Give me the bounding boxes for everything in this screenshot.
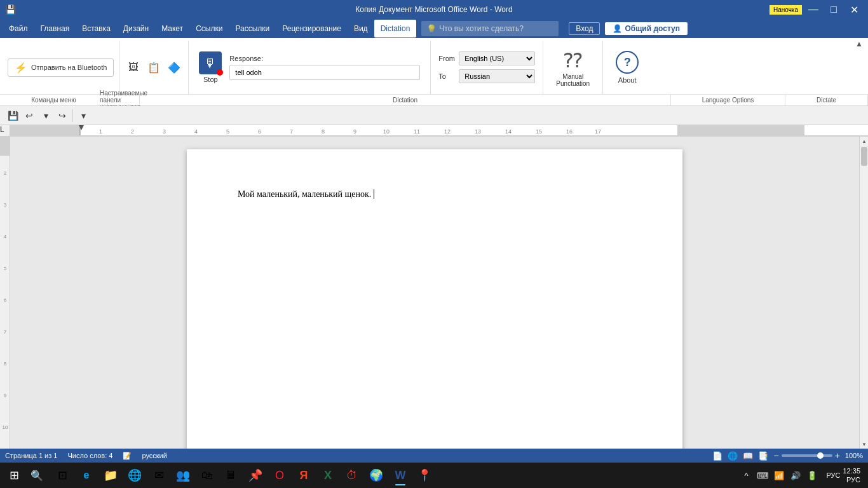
taskbar-app-people[interactable]: 👥 [172,464,194,487]
menu-item-layout[interactable]: Макет [155,20,189,37]
taskbar-apps: ⊡ e 📁 🌐 ✉ 👥 🛍 🖩 📌 O Я X ⏱ 🌍 W 📍 [48,464,735,487]
menu-item-view[interactable]: Вид [348,20,374,37]
main-area: 2 3 4 5 6 7 8 9 10 Мой маленький, малень… [0,137,868,449]
scroll-track[interactable] [860,146,868,440]
close-button[interactable]: ✕ [845,0,863,19]
bluetooth-button[interactable]: ⚡ Отправить на Bluetooth [8,58,114,77]
stop-button[interactable]: 🎙 Stop [199,51,222,83]
vertical-scrollbar[interactable]: ▲ ▼ [859,137,868,449]
svg-text:6: 6 [4,297,7,303]
ribbon-label-language: Language Options [671,95,785,105]
view-outline-icon[interactable]: 📑 [758,451,768,461]
svg-text:9: 9 [353,128,356,135]
zoom-thumb[interactable] [817,452,824,459]
view-read-icon[interactable]: 📖 [743,451,753,461]
view-web-icon[interactable]: 🌐 [728,451,738,461]
taskbar-clock: 12:35 РУС [843,466,860,485]
taskbar-app-chrome[interactable]: 🌐 [123,464,146,487]
svg-text:16: 16 [566,128,573,135]
horizontal-ruler[interactable]: 1 2 3 4 5 6 7 8 9 10 11 12 13 14 15 16 1… [10,125,868,136]
taskbar-app-sticky[interactable]: 📌 [244,464,267,487]
signin-button[interactable]: Вход [569,22,600,35]
scroll-thumb[interactable] [861,147,867,166]
menu-item-mailings[interactable]: Рассылки [229,20,276,37]
svg-text:4: 4 [4,234,7,240]
menu-search[interactable]: 💡 [421,21,559,36]
zoom-slider[interactable] [782,454,832,457]
quick-icon-3[interactable]: 🔷 [165,58,183,76]
taskbar-app-chrome2[interactable]: 🌍 [365,464,388,487]
bluetooth-section: ⚡ Отправить на Bluetooth [3,41,119,94]
menu-item-dictation[interactable]: Dictation [374,20,417,37]
undo-dropdown[interactable]: ▾ [38,108,53,123]
document-content[interactable]: Мой маленький, маленький щенок. [238,187,632,201]
ruler-svg: 1 2 3 4 5 6 7 8 9 10 11 12 13 14 15 16 1… [10,125,868,136]
tray-network[interactable]: 📶 [773,469,785,482]
svg-text:7: 7 [290,128,293,135]
tray-keyboard[interactable]: ⌨ [756,469,769,482]
maximize-button[interactable]: □ [825,0,843,19]
language-options-section: From English (US) English (UK) To Russia… [431,41,543,94]
document-page[interactable]: Мой маленький, маленький щенок. [187,149,682,449]
document-area[interactable]: Мой маленький, маленький щенок. [10,137,859,449]
share-icon: 👤 [613,24,622,33]
zoom-plus[interactable]: + [835,451,840,461]
svg-rect-23 [0,137,10,156]
menu-item-insert[interactable]: Вставка [76,20,117,37]
taskbar-app-timer[interactable]: ⏱ [341,464,363,487]
zoom-control[interactable]: − + 100% [773,451,863,461]
taskbar-search-button[interactable]: 🔍 [25,464,48,487]
customize-button[interactable]: ▾ [76,108,91,123]
quick-icon-1[interactable]: 🖼 [125,58,142,76]
taskbar-app-word[interactable]: W [389,464,412,487]
zoom-minus[interactable]: − [773,451,778,461]
language-indicator[interactable]: русский [142,452,166,459]
ribbon-label-commands: Команды меню [0,95,108,105]
tray-chevron[interactable]: ^ [740,469,752,482]
taskbar-app-edge[interactable]: e [75,464,98,487]
manual-punctuation-button[interactable]: ⁇ ManualPunctuation [551,45,595,90]
taskbar-app-mail[interactable]: ✉ [147,464,170,487]
taskbar-app-calc[interactable]: 🖩 [220,464,243,487]
scroll-up-button[interactable]: ▲ [860,137,868,146]
menu-item-design[interactable]: Дизайн [117,20,155,37]
menu-item-home[interactable]: Главная [34,20,76,37]
taskbar-app-explorer[interactable]: 📁 [99,464,122,487]
scroll-down-button[interactable]: ▼ [860,440,868,449]
bluetooth-icon: ⚡ [15,62,27,74]
quick-icon-2[interactable]: 📋 [145,58,163,76]
taskbar-app-yandex[interactable]: Я [292,464,315,487]
redo-button[interactable]: ↪ [55,108,70,123]
svg-text:11: 11 [414,128,420,135]
view-print-icon[interactable]: 📄 [712,451,722,461]
share-button[interactable]: 👤 Общий доступ [605,22,688,35]
undo-button[interactable]: ↩ [22,108,37,123]
menu-bar: Файл Главная Вставка Дизайн Макет Ссылки… [0,19,868,38]
vertical-ruler: 2 3 4 5 6 7 8 9 10 [0,137,10,449]
taskbar-app-excel[interactable]: X [316,464,339,487]
vertical-ruler-svg: 2 3 4 5 6 7 8 9 10 [0,137,10,449]
to-language-select[interactable]: Russian English [459,69,535,83]
save-quick-button[interactable]: 💾 [5,108,20,123]
tray-volume[interactable]: 🔊 [789,469,802,482]
search-input[interactable] [439,24,553,33]
response-input[interactable] [229,65,420,80]
about-button[interactable]: ? About [611,48,644,86]
tray-battery[interactable]: 🔋 [806,469,818,482]
taskbar-language: РУС [826,471,840,479]
menu-item-file[interactable]: Файл [3,20,34,37]
menu-item-review[interactable]: Рецензирование [276,20,348,37]
manual-punctuation-section: ⁇ ManualPunctuation [543,41,603,94]
svg-text:5: 5 [4,266,7,271]
from-language-select[interactable]: English (US) English (UK) [459,51,535,65]
minimize-button[interactable]: — [804,0,822,19]
proofing-icon[interactable]: 📝 [123,452,132,460]
taskbar-app-taskview[interactable]: ⊡ [51,464,74,487]
taskbar-app-opera[interactable]: O [268,464,291,487]
menu-item-references[interactable]: Ссылки [189,20,229,37]
start-button[interactable]: ⊞ [3,464,25,487]
taskbar-app-store[interactable]: 🛍 [196,464,219,487]
ribbon-collapse-button[interactable]: ▲ [855,39,863,48]
taskbar-app-maps[interactable]: 📍 [413,464,436,487]
response-label: Response: [229,55,420,62]
